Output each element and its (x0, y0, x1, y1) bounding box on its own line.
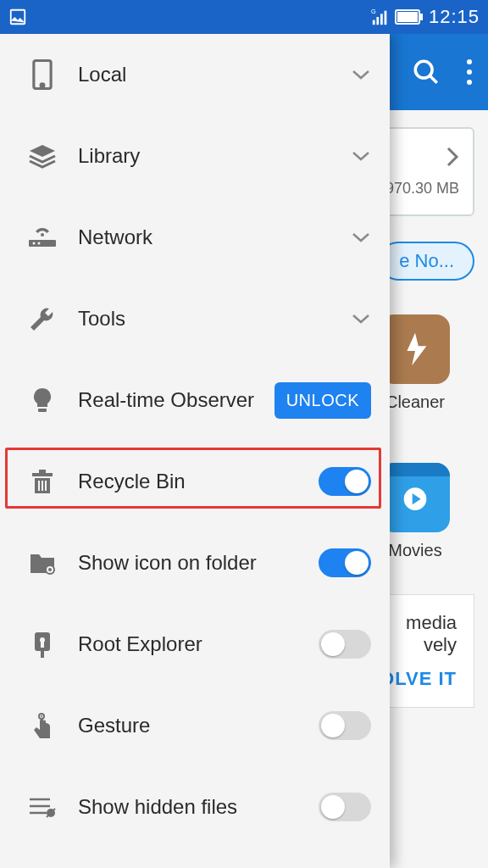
svg-point-13 (467, 80, 472, 85)
drawer-item-recycle-bin[interactable]: Recycle Bin (0, 441, 390, 522)
svg-point-19 (33, 242, 36, 245)
svg-rect-21 (38, 409, 47, 412)
svg-rect-25 (42, 481, 43, 491)
gesture-icon (24, 711, 61, 740)
drawer-item-root[interactable]: Root Explorer (0, 604, 390, 685)
svg-point-12 (467, 70, 472, 75)
hidden-files-icon (24, 796, 61, 818)
status-bar: G 12:15 (0, 0, 488, 34)
phone-icon (24, 58, 61, 91)
drawer-item-hidden[interactable]: Show hidden files (0, 766, 390, 848)
battery-icon (395, 9, 424, 25)
app-movies[interactable]: Movies (380, 463, 450, 560)
navigation-drawer: Local Library Network Tools (0, 34, 390, 868)
picture-icon (8, 8, 27, 26)
svg-rect-23 (39, 470, 46, 473)
svg-rect-33 (41, 651, 44, 658)
show-icon-toggle[interactable] (319, 548, 371, 577)
svg-point-17 (41, 233, 44, 236)
folder-eye-icon (24, 551, 61, 575)
gesture-toggle[interactable] (319, 711, 371, 740)
chevron-down-icon (351, 313, 371, 325)
svg-point-35 (41, 715, 42, 717)
svg-rect-8 (420, 14, 423, 20)
bulb-icon (24, 387, 61, 414)
svg-point-16 (41, 84, 44, 87)
key-icon (24, 631, 61, 658)
drawer-item-library[interactable]: Library (0, 115, 390, 197)
notice-button[interactable]: e No... (379, 242, 474, 281)
svg-rect-7 (397, 12, 418, 22)
svg-rect-24 (38, 481, 40, 491)
svg-rect-2 (373, 20, 375, 25)
trash-icon (24, 468, 61, 495)
drawer-item-show-icon[interactable]: Show icon on folder (0, 522, 390, 604)
hidden-toggle[interactable] (319, 793, 371, 821)
layers-icon (24, 143, 61, 169)
svg-point-9 (415, 61, 432, 78)
svg-rect-3 (376, 17, 379, 25)
drawer-item-gesture[interactable]: Gesture (0, 685, 390, 766)
status-time: 12:15 (429, 6, 480, 28)
svg-text:G: G (371, 8, 376, 15)
chevron-down-icon (351, 69, 371, 81)
recycle-bin-toggle[interactable] (319, 467, 371, 496)
svg-point-29 (48, 568, 52, 571)
root-toggle[interactable] (319, 630, 371, 659)
drawer-item-network[interactable]: Network (0, 197, 390, 278)
unlock-button[interactable]: UNLOCK (274, 382, 371, 419)
signal-icon: G (371, 8, 390, 26)
router-icon (24, 226, 61, 248)
svg-rect-32 (41, 642, 44, 648)
svg-point-11 (467, 59, 472, 64)
drawer-item-local[interactable]: Local (0, 34, 390, 115)
drawer-item-observer[interactable]: Real-time Observer UNLOCK (0, 359, 390, 441)
chevron-down-icon (351, 150, 371, 162)
svg-rect-4 (380, 14, 383, 25)
drawer-item-tools[interactable]: Tools (0, 278, 390, 359)
search-icon[interactable] (412, 58, 441, 86)
wrench-icon (24, 305, 61, 332)
svg-rect-26 (45, 481, 47, 491)
chevron-down-icon (351, 231, 371, 243)
svg-rect-22 (32, 473, 53, 476)
svg-point-20 (38, 242, 41, 245)
app-cleaner[interactable]: Cleaner (380, 314, 450, 412)
svg-rect-5 (385, 11, 387, 25)
svg-line-10 (430, 75, 437, 83)
more-icon[interactable] (466, 58, 473, 86)
